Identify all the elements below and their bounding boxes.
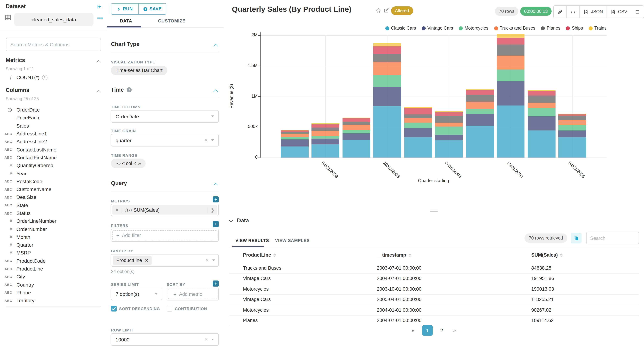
time-range-value[interactable]: -∞ ≤ col < ∞ — [111, 159, 146, 168]
bar-segment[interactable] — [404, 108, 432, 114]
query-collapse-icon[interactable] — [213, 183, 218, 187]
column-item[interactable]: ABCAddressLine1 — [0, 130, 107, 138]
bar-segment[interactable] — [558, 116, 586, 120]
column-item[interactable]: ABCStatus — [0, 209, 107, 217]
bar-segment[interactable] — [558, 137, 586, 158]
column-item[interactable]: ABCContactFirstName — [0, 154, 107, 162]
column-item[interactable]: #Month — [0, 233, 107, 241]
altered-badge[interactable]: Altered — [391, 6, 413, 15]
legend-item[interactable]: Motorcycles — [459, 26, 488, 31]
search-metrics-columns-input[interactable] — [6, 38, 101, 51]
bar-segment[interactable] — [497, 38, 525, 44]
bar-segment[interactable] — [342, 118, 370, 122]
bar-segment[interactable] — [281, 146, 308, 158]
bar-segment[interactable] — [435, 135, 463, 140]
column-item[interactable]: PriceEach — [0, 114, 107, 122]
tab-customize[interactable]: CUSTOMIZE — [158, 18, 186, 23]
table-search-input[interactable] — [586, 232, 639, 244]
legend-item[interactable]: Trains — [588, 26, 606, 31]
bar-segment[interactable] — [497, 34, 525, 38]
bar-segment[interactable] — [342, 122, 370, 125]
bar-segment[interactable] — [342, 140, 370, 158]
table-row[interactable]: Vintage Cars2004-07-01 00:00:00191951.86 — [230, 273, 639, 284]
bar-segment[interactable] — [281, 134, 308, 137]
remove-chip-icon[interactable]: ✕ — [145, 258, 148, 263]
group-by-select[interactable]: ProductLine✕ ✕ — [111, 254, 219, 267]
run-button[interactable]: RUN — [111, 3, 139, 14]
column-item[interactable]: ABCCustomerName — [0, 185, 107, 193]
stacked-bar[interactable] — [342, 35, 370, 158]
bar-segment[interactable] — [558, 114, 586, 116]
dataset-options-icon[interactable]: ••• — [97, 15, 103, 21]
table-row[interactable]: Planes2004-07-01 00:00:00109114.62 — [230, 315, 639, 326]
bar-segment[interactable] — [466, 90, 494, 95]
legend-item[interactable]: Ships — [566, 26, 583, 31]
sort-icon[interactable] — [560, 253, 563, 257]
pagination-page-1[interactable]: 1 — [422, 325, 433, 336]
group-by-chip[interactable]: ProductLine✕ — [113, 256, 152, 265]
export-csv-button[interactable]: .CSV — [607, 6, 631, 18]
stacked-bar[interactable] — [404, 35, 432, 158]
embed-code-button[interactable] — [566, 6, 580, 18]
bar-segment[interactable] — [342, 133, 370, 140]
table-column-header[interactable]: __timestamp — [377, 252, 411, 258]
column-item[interactable]: #Quarter — [0, 241, 107, 249]
column-item[interactable]: ABCAddressLine2 — [0, 138, 107, 146]
time-grain-select[interactable]: quarter ✕ — [111, 134, 219, 146]
column-item[interactable]: ABCCity — [0, 273, 107, 281]
bar-segment[interactable] — [281, 139, 308, 146]
bar-segment[interactable] — [528, 102, 556, 108]
tab-view-samples[interactable]: VIEW SAMPLES — [275, 238, 310, 243]
table-row[interactable]: Vintage Cars2005-04-01 00:00:00113255.21 — [230, 294, 639, 305]
bar-segment[interactable] — [497, 69, 525, 81]
bar-segment[interactable] — [466, 101, 494, 109]
metrics-collapse-icon[interactable] — [96, 60, 101, 64]
bar-segment[interactable] — [374, 46, 401, 54]
bar-segment[interactable] — [404, 128, 432, 137]
bar-segment[interactable] — [404, 118, 432, 123]
clear-icon[interactable]: ✕ — [204, 138, 211, 143]
collapse-sidebar-icon[interactable] — [97, 4, 102, 9]
bar-segment[interactable] — [466, 95, 494, 101]
column-item[interactable]: ABCCountry — [0, 281, 107, 289]
table-row[interactable]: Motorcycles2003-10-01 00:00:00199013.03 — [230, 284, 639, 295]
clear-icon[interactable]: ✕ — [204, 337, 211, 342]
columns-collapse-icon[interactable] — [96, 90, 101, 94]
checkbox-unchecked-icon[interactable] — [166, 306, 172, 312]
column-item[interactable]: ABCProductCode — [0, 257, 107, 265]
bar-segment[interactable] — [312, 136, 340, 139]
column-item[interactable]: #MSRP — [0, 249, 107, 257]
bar-segment[interactable] — [466, 114, 494, 126]
stacked-bar[interactable] — [528, 35, 556, 158]
bar-segment[interactable] — [528, 91, 556, 95]
column-item[interactable]: ABCContactLastName — [0, 146, 107, 154]
column-item[interactable]: ABCDealSize — [0, 193, 107, 201]
bar-segment[interactable] — [466, 109, 494, 114]
column-item[interactable]: Sales — [0, 122, 107, 130]
bar-segment[interactable] — [528, 95, 556, 102]
bar-segment[interactable] — [374, 75, 401, 87]
table-row[interactable]: Motorcycles2004-01-01 00:00:0090267.02 — [230, 305, 639, 316]
series-limit-select[interactable]: 7 option(s) — [111, 288, 162, 300]
bar-segment[interactable] — [404, 123, 432, 128]
column-item[interactable]: #QuantityOrdered — [0, 161, 107, 169]
legend-item[interactable]: Vintage Cars — [422, 26, 453, 31]
sort-icon[interactable] — [408, 253, 411, 257]
clear-icon[interactable]: ✕ — [205, 258, 212, 263]
bar-segment[interactable] — [374, 87, 401, 106]
row-limit-select[interactable]: 10000 ✕ — [111, 333, 219, 346]
remove-metric-icon[interactable]: ✕ — [112, 207, 122, 213]
bar-segment[interactable] — [374, 54, 401, 62]
contribution-checkbox[interactable]: CONTRIBUTION — [166, 306, 220, 312]
bar-segment[interactable] — [435, 116, 463, 123]
bar-segment[interactable] — [312, 139, 340, 145]
stacked-bar[interactable] — [374, 35, 401, 158]
stacked-bar[interactable] — [281, 35, 308, 158]
add-filter-button[interactable]: + — [213, 221, 219, 227]
column-item[interactable]: ABCPostalCode — [0, 177, 107, 185]
bar-segment[interactable] — [374, 43, 401, 46]
stacked-bar[interactable] — [435, 35, 463, 158]
bar-segment[interactable] — [281, 137, 308, 139]
bar-segment[interactable] — [342, 130, 370, 133]
column-item[interactable]: #OrderLineNumber — [0, 217, 107, 225]
